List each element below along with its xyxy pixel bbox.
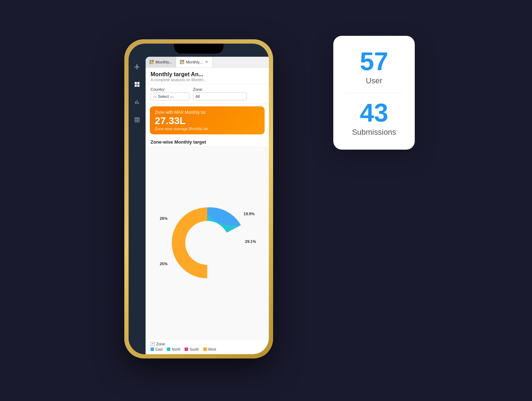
label-south: 25% — [160, 262, 168, 266]
tab-1-label: Monthly... — [155, 60, 172, 64]
phone-inner: 4:47 — [129, 44, 269, 354]
stats-card: 57 User 43 Submissions — [333, 36, 415, 150]
sidebar-icon-table[interactable] — [131, 114, 143, 126]
legend-title-row: ✓ Zone — [151, 342, 264, 346]
svg-rect-2 — [149, 62, 151, 64]
country-filter: Country: --- Select --- — [151, 87, 189, 100]
sidebar — [129, 57, 146, 354]
svg-rect-0 — [149, 60, 151, 62]
submissions-stat: 43 Submissions — [345, 100, 403, 137]
svg-rect-1 — [152, 60, 154, 62]
submissions-number: 43 — [345, 100, 403, 126]
phone-notch — [174, 44, 223, 54]
legend-label-east: East — [155, 347, 163, 351]
main-scene: 57 User 43 Submissions 4:47 — [107, 32, 425, 369]
legend-dot-east — [151, 347, 154, 351]
svg-rect-5 — [182, 60, 184, 62]
section-title: Zone-wise Monthly target — [146, 137, 269, 146]
filters-row: Country: --- Select --- Zone: — [146, 84, 269, 104]
tab-2-icon — [180, 60, 185, 65]
svg-rect-4 — [180, 60, 182, 62]
stat-divider — [345, 93, 403, 93]
svg-rect-6 — [180, 62, 182, 64]
label-east: 19.9% — [244, 212, 255, 216]
legend-west: West — [203, 347, 216, 351]
users-stat: 57 User — [345, 49, 403, 85]
country-select[interactable]: --- Select --- — [151, 93, 189, 100]
phone-device: 4:47 — [124, 39, 273, 358]
svg-point-8 — [185, 221, 229, 265]
zone-filter: Zone: — [193, 87, 247, 100]
donut-chart-svg — [165, 200, 250, 285]
legend-dot-north — [167, 347, 170, 351]
content-area: Monthly... — [146, 57, 269, 354]
tab-2-label: Monthly... — [186, 60, 203, 64]
tab-1[interactable]: Monthly... — [146, 57, 176, 67]
users-number: 57 — [345, 49, 403, 74]
app-area: Monthly... — [129, 57, 269, 354]
legend-title: Zone — [156, 342, 165, 346]
report-title: Monthly target An... — [151, 71, 264, 78]
legend-area: ✓ Zone East North — [146, 340, 269, 354]
svg-rect-7 — [182, 62, 184, 64]
max-zone-value: 27.33L — [155, 115, 260, 127]
phone-screen: 4:47 — [129, 44, 269, 354]
tab-2-close[interactable]: ✕ — [204, 60, 209, 65]
legend-north: North — [167, 347, 180, 351]
legend-dot-south — [185, 347, 188, 351]
legend-label-west: West — [208, 347, 216, 351]
tab-1-icon — [149, 60, 154, 65]
max-zone-subtitle: Zone wise average Monthly tar — [155, 127, 260, 131]
svg-rect-3 — [152, 62, 154, 64]
users-label: User — [345, 76, 403, 85]
legend-items: East North South — [151, 347, 264, 351]
zone-input[interactable] — [193, 93, 247, 100]
zone-label: Zone: — [193, 87, 247, 91]
legend-east: East — [151, 347, 163, 351]
sidebar-icon-plane[interactable] — [131, 61, 143, 72]
submissions-label: Submissions — [345, 128, 403, 137]
legend-checkbox[interactable]: ✓ — [151, 342, 155, 346]
tab-2[interactable]: Monthly... ✕ — [176, 57, 213, 67]
legend-label-north: North — [172, 347, 180, 351]
label-west: 26% — [160, 216, 168, 221]
max-zone-card: Zone with MAX Monthly tar 27.33L Zone wi… — [150, 106, 265, 135]
max-zone-title: Zone with MAX Monthly tar — [155, 110, 260, 115]
legend-dot-west — [203, 347, 207, 351]
report-header: Monthly target An... A complete analysis… — [146, 68, 269, 84]
legend-south: South — [185, 347, 199, 351]
sidebar-icon-chart[interactable] — [131, 96, 143, 108]
report-subtitle: A complete analysis on Monthl... — [151, 78, 264, 82]
label-north: 29.1% — [245, 239, 256, 244]
chart-area: 19.9% 29.1% 25% 26% — [146, 146, 269, 339]
donut-chart-container: 19.9% 29.1% 25% 26% — [165, 200, 250, 285]
tabs-bar: Monthly... — [146, 57, 269, 68]
legend-label-south: South — [189, 347, 199, 351]
country-label: Country: — [151, 87, 189, 91]
sidebar-icon-grid[interactable] — [131, 79, 143, 90]
